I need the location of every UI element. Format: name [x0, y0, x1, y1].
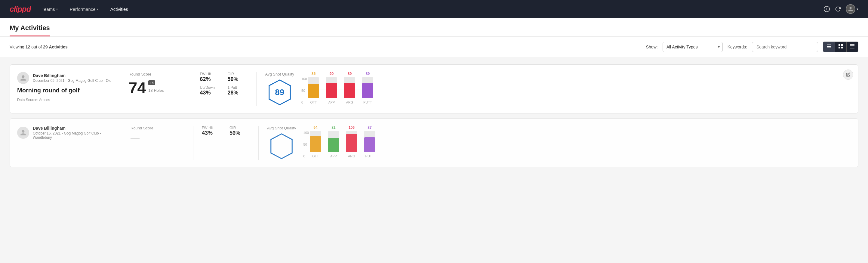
- score-holes: 18 Holes: [148, 88, 164, 93]
- activity-date: December 05, 2021 - Gog Magog Golf Club …: [33, 79, 111, 83]
- fw-hit-label: FW Hit: [200, 72, 220, 76]
- nav-performance[interactable]: Performance ▾: [69, 0, 99, 18]
- svg-rect-5: [827, 48, 831, 48]
- user-info: Dave Billingham December 05, 2021 - Gog …: [17, 72, 111, 84]
- bar-app: 90: [326, 71, 337, 98]
- user-name: Dave Billingham: [33, 73, 111, 78]
- shot-quality-section: Avg Shot Quality 89 100 50 0: [265, 72, 851, 106]
- page-title: My Activities: [10, 18, 50, 36]
- keyword-search-input[interactable]: [752, 42, 818, 52]
- nav-activities[interactable]: Activities: [109, 0, 129, 18]
- divider: [120, 72, 120, 106]
- page-header: My Activities: [0, 18, 868, 37]
- shot-quality-hexagon: 89: [265, 79, 294, 106]
- divider: [258, 126, 259, 160]
- mini-stats: FW Hit 43% GIR 56%: [202, 126, 250, 136]
- gir-value: 50%: [227, 76, 248, 83]
- fw-hit-label: FW Hit: [202, 126, 222, 130]
- add-button[interactable]: [824, 6, 830, 12]
- fw-hit-value: 43%: [202, 130, 222, 136]
- svg-rect-6: [839, 44, 840, 46]
- y-axis: 100 50 0: [304, 131, 309, 158]
- bar-arg: 89: [344, 71, 355, 98]
- oneputt-label: 1 Putt: [227, 85, 248, 90]
- avatar: [17, 72, 29, 84]
- bars-container: 85 90: [308, 74, 373, 98]
- round-score-label: Round Score: [130, 126, 185, 130]
- avatar-chevron-icon: ▾: [857, 7, 858, 11]
- divider: [193, 126, 193, 160]
- updown-label: Up/Down: [200, 85, 220, 90]
- svg-rect-10: [850, 44, 855, 45]
- fw-hit-value: 62%: [200, 76, 220, 83]
- svg-rect-4: [827, 46, 831, 47]
- activity-title: Morning round of golf: [17, 86, 111, 94]
- svg-rect-13: [850, 48, 855, 49]
- shot-quality-section: Avg Shot Quality 100 50 0: [267, 126, 851, 160]
- avg-shot-quality-label: Avg Shot Quality: [267, 126, 296, 130]
- svg-rect-9: [841, 47, 843, 49]
- app-logo: clippd: [10, 4, 31, 14]
- user-avatar-button[interactable]: ▾: [846, 4, 858, 14]
- activity-card: Dave Billingham December 05, 2021 - Gog …: [10, 64, 858, 113]
- score-badge: +4: [148, 80, 155, 85]
- round-score-section: Round Score —: [130, 126, 185, 145]
- bar-app: 82: [328, 125, 339, 152]
- bar-ott: 94: [310, 125, 321, 152]
- user-info: Dave Billingham October 16, 2021 - Gog M…: [17, 126, 114, 140]
- updown-value: 43%: [200, 90, 220, 96]
- round-score-value: —: [130, 134, 140, 143]
- grid-view-button[interactable]: [835, 42, 847, 52]
- card-left: Dave Billingham October 16, 2021 - Gog M…: [17, 126, 114, 142]
- activities-list: Dave Billingham December 05, 2021 - Gog …: [0, 57, 868, 175]
- gir-label: GIR: [227, 72, 248, 76]
- svg-rect-3: [827, 45, 831, 45]
- y-axis: 100 50 0: [301, 77, 307, 104]
- refresh-button[interactable]: [835, 6, 841, 12]
- gir-label: GIR: [229, 126, 250, 130]
- keywords-label: Keywords:: [727, 45, 747, 49]
- bar-chart: 100 50 0 85: [301, 74, 398, 104]
- gir-value: 56%: [229, 130, 250, 136]
- shot-quality-hexagon: [267, 133, 296, 160]
- navbar: clippd Teams ▾ Performance ▾ Activities: [0, 0, 868, 18]
- performance-chevron-icon: ▾: [97, 7, 98, 11]
- round-score-label: Round Score: [128, 72, 183, 77]
- bar-putt: 89: [362, 71, 373, 98]
- avatar: [17, 127, 29, 139]
- bar-arg: 106: [346, 125, 357, 152]
- data-source: Data Source: Arccos: [17, 98, 111, 102]
- svg-rect-12: [850, 47, 855, 47]
- show-label: Show:: [646, 45, 658, 49]
- card-left: Dave Billingham December 05, 2021 - Gog …: [17, 72, 111, 102]
- activity-date: October 16, 2021 - Gog Magog Golf Club -…: [33, 131, 114, 140]
- compact-view-button[interactable]: [847, 42, 858, 52]
- svg-rect-7: [841, 44, 843, 46]
- round-score-value: 74: [128, 80, 146, 96]
- svg-marker-15: [271, 134, 292, 158]
- bar-chart: 100 50 0 94: [304, 128, 400, 158]
- avg-shot-quality-label: Avg Shot Quality: [265, 72, 294, 77]
- oneputt-value: 28%: [227, 90, 248, 96]
- view-toggle: [823, 41, 858, 52]
- viewing-count-text: Viewing 12 out of 29 Activities: [10, 45, 68, 49]
- activity-type-select[interactable]: All Activity Types: [662, 42, 723, 52]
- bar-ott: 85: [308, 71, 319, 98]
- edit-button[interactable]: [843, 69, 853, 80]
- navbar-right: ▾: [824, 4, 858, 14]
- nav-teams[interactable]: Teams ▾: [40, 0, 59, 18]
- list-view-button[interactable]: [823, 42, 835, 52]
- svg-rect-11: [850, 46, 855, 46]
- round-score-section: Round Score 74 +4 18 Holes: [128, 72, 183, 98]
- divider: [191, 72, 191, 106]
- user-name: Dave Billingham: [33, 126, 114, 130]
- avatar: [846, 4, 856, 14]
- mini-stats: FW Hit 62% GIR 50% Up/Down 43% 1 Putt 28…: [200, 72, 248, 96]
- shot-quality-value: 89: [275, 88, 284, 97]
- divider: [256, 72, 256, 106]
- activity-type-select-wrapper: All Activity Types ▾: [662, 42, 723, 52]
- activity-card: Dave Billingham October 16, 2021 - Gog M…: [10, 118, 858, 167]
- filter-bar: Viewing 12 out of 29 Activities Show: Al…: [0, 37, 868, 57]
- bar-putt: 87: [364, 125, 375, 152]
- divider: [122, 126, 122, 160]
